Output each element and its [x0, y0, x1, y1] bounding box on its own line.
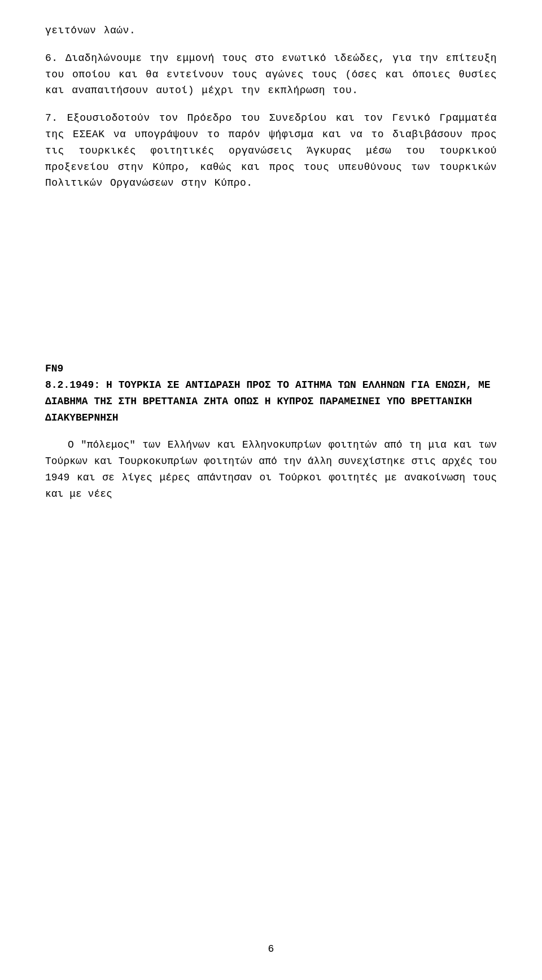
- fn-label: FN9: [45, 363, 63, 374]
- item-7-text: 7. Εξουσιοδοτούν τον Πρόεδρο του Συνεδρί…: [45, 112, 497, 189]
- paragraph-opening: γειτόνων λαών.: [45, 23, 497, 39]
- page-number-container: 6: [0, 941, 542, 957]
- footnote-section: FN9 8.2.1949: Η ΤΟΥΡΚΙΑ ΣΕ ΑΝΤΙΔΡΑΣΗ ΠΡΟ…: [45, 361, 497, 502]
- fn-heading-block: 8.2.1949: Η ΤΟΥΡΚΙΑ ΣΕ ΑΝΤΙΔΡΑΣΗ ΠΡΟΣ ΤΟ…: [45, 377, 497, 426]
- page-number: 6: [268, 943, 274, 955]
- fn-date: 8.2.1949:: [45, 379, 100, 391]
- fn-label-line: FN9: [45, 361, 497, 377]
- spacer: [45, 203, 497, 349]
- item-7: 7. Εξουσιοδοτούν τον Πρόεδρο του Συνεδρί…: [45, 110, 497, 191]
- fn-body-text: Ο "πόλεμος" των Ελλήνων και Ελληνοκυπρίω…: [45, 439, 497, 499]
- item-6-text: 6. Διαδηλώνουμε την εμμονή τους στο ενωτ…: [45, 53, 497, 97]
- item-6: 6. Διαδηλώνουμε την εμμονή τους στο ενωτ…: [45, 50, 497, 99]
- opening-text: γειτόνων λαών.: [45, 25, 136, 36]
- fn-body: Ο "πόλεμος" των Ελλήνων και Ελληνοκυπρίω…: [45, 437, 497, 502]
- page-content: γειτόνων λαών. 6. Διαδηλώνουμε την εμμον…: [45, 23, 497, 502]
- fn-heading-text: Η ΤΟΥΡΚΙΑ ΣΕ ΑΝΤΙΔΡΑΣΗ ΠΡΟΣ ΤΟ ΑΙΤΗΜΑ ΤΩ…: [45, 379, 491, 423]
